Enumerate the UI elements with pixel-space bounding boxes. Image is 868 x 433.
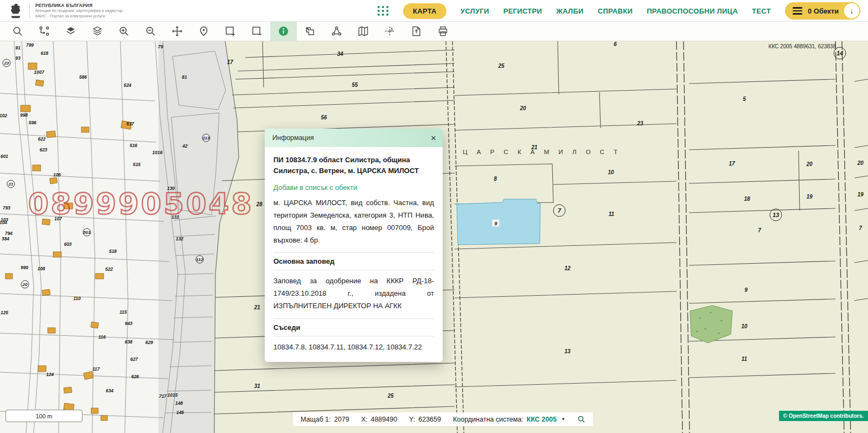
neighbors-list: 10834.7.8, 10834.7.11, 10834.7.12, 10834… (273, 341, 434, 354)
coat-of-arms-icon (8, 3, 24, 19)
map-parcel-label: 124 (46, 372, 54, 377)
map-parcel-label: 79 (158, 44, 163, 49)
select-objects-icon[interactable] (31, 22, 58, 41)
logo-divider (29, 3, 30, 18)
map-parcel-label: 107 (54, 216, 62, 221)
nav-uslugi[interactable]: УСЛУГИ (461, 7, 489, 15)
map-parcel-label: 112 (196, 256, 204, 264)
map-parcel-label: 125 (1, 310, 8, 315)
map-toolbar (0, 22, 868, 41)
zoom-window-in-icon[interactable] (217, 22, 244, 41)
status-bar: Мащаб 1: 2079 X: 4889490 Y: 623659 Коорд… (293, 412, 593, 426)
map-parcel-label: 799 (26, 42, 34, 48)
zoom-in-icon[interactable] (111, 22, 137, 41)
crs-value[interactable]: ККС 2005 (527, 416, 557, 423)
map-parcel-label: 794 (5, 231, 12, 236)
map-parcel-label: 108 (37, 266, 45, 271)
map-parcel-label: 19 (806, 194, 812, 200)
watermark-phone: 0899905048 (28, 187, 254, 221)
map-parcel-label: 19 (857, 192, 863, 198)
map-parcel-label: 10 (608, 169, 614, 175)
map-parcel-label: 115 (119, 309, 127, 315)
map-parcel-label: 104 (0, 220, 7, 225)
map-parcel-label: 1015 (168, 392, 178, 398)
objects-count-label: 0 Обекти (808, 7, 839, 15)
map-parcel-label: 17 (227, 59, 233, 65)
map-parcel-label: 7 (758, 227, 761, 233)
map-parcel-label: 626 (131, 374, 139, 379)
osm-attribution[interactable]: © OpenStreetMap contributors. (779, 411, 868, 421)
locate-pin-icon[interactable] (190, 22, 217, 41)
map-parcel-label: 629 (145, 340, 153, 345)
main-order-text: Заповед за одобрение на КККР РД-18-1749/… (273, 275, 434, 312)
map-parcel-label: 31 (254, 383, 260, 389)
map-parcel-label: 524 (124, 82, 131, 88)
pan-icon[interactable] (164, 22, 190, 41)
map-parcel-label: 1007 (34, 69, 44, 75)
org-subtitle-1: Агенция по геодезия, картография и кадас… (35, 8, 123, 13)
map-parcel-label: 6 (614, 41, 617, 47)
map-parcel-label: 501 (83, 228, 91, 237)
info-icon[interactable] (270, 22, 297, 41)
map-parcel-label: 113 (202, 134, 210, 142)
map-parcel-label: 638 (125, 339, 132, 345)
layers-icon[interactable] (58, 22, 84, 41)
layers-outline-icon[interactable] (84, 22, 111, 41)
nav-test[interactable]: ТЕСТ (752, 7, 771, 15)
info-popup-header[interactable]: Информация × (265, 129, 443, 147)
parcel-shape-icon[interactable] (297, 22, 323, 41)
export-icon[interactable] (403, 22, 430, 41)
nav-registri[interactable]: РЕГИСТРИ (503, 7, 542, 15)
map-parcel-label: 9 (492, 220, 499, 227)
info-popup: Информация × ПИ 10834.7.9 област Силистр… (265, 129, 443, 362)
snap-cross-icon[interactable] (376, 22, 403, 41)
map-parcel-label: 21 (531, 144, 537, 150)
map-parcel-label: 21 (254, 304, 260, 310)
map-parcel-label: 517 (126, 121, 134, 126)
map-parcel-label: 20 (857, 160, 863, 166)
map-parcel-label: 21 (7, 180, 15, 188)
map-parcel-label: 42 (182, 143, 187, 149)
map-parcel-label: 132 (176, 236, 183, 241)
search-icon[interactable] (4, 22, 31, 41)
map-parcel-label: 131 (171, 214, 179, 220)
org-name: РЕПУБЛИКА БЪЛГАРИЯ (35, 3, 123, 9)
map-parcel-label: 117 (92, 366, 100, 372)
x-label: X: (361, 416, 368, 423)
map-parcel-label: 91 (15, 45, 20, 50)
crs-dropdown-caret[interactable]: ▼ (561, 417, 565, 422)
popup-title: Информация (272, 134, 314, 142)
scale-value: 2079 (334, 416, 349, 423)
map-parcel-label: 148 (175, 400, 183, 406)
map-parcel-label: 81 (182, 74, 187, 80)
map-parcel-label: 618 (41, 50, 48, 56)
topology-icon[interactable] (323, 22, 350, 41)
section-main-order: Основна заповед (273, 252, 434, 270)
section-neighbors: Съседи (273, 319, 434, 336)
nav-karta[interactable]: КАРТА (403, 3, 446, 19)
zoom-out-icon[interactable] (137, 22, 164, 41)
map-parcel-label: 515 (133, 162, 141, 167)
map-parcel-label: 601 (1, 154, 8, 159)
map-parcel-label: 518 (109, 249, 117, 254)
map-parcel-label: 622 (38, 136, 46, 142)
print-icon[interactable] (430, 22, 456, 41)
nav-spravki[interactable]: СПРАВКИ (598, 7, 633, 15)
parcel-description: м. ЦАРСКА МИЛОСТ, вид собств. Частна, ви… (273, 197, 434, 246)
map-parcel-label: 384 (2, 236, 9, 241)
app-header: РЕПУБЛИКА БЪЛГАРИЯ Агенция по геодезия, … (0, 0, 868, 22)
map-parcel-label: 12 (564, 265, 570, 271)
statusbar-search-icon[interactable] (577, 415, 585, 423)
apps-grid-icon[interactable] (378, 6, 389, 16)
nav-pravosposobni-litsa[interactable]: ПРАВОСПОСОБНИ ЛИЦА (647, 7, 738, 15)
menu-icon (793, 7, 802, 15)
zoom-window-out-icon[interactable] (244, 22, 270, 41)
download-arrow-icon[interactable]: ↓ (844, 3, 859, 18)
map-sheets-icon[interactable] (350, 22, 376, 41)
map-parcel-label: 7 (553, 205, 566, 217)
close-icon[interactable]: × (431, 133, 436, 143)
nav-zhalbi[interactable]: ЖАЛБИ (556, 7, 584, 15)
parcel-identifier-title: ПИ 10834.7.9 област Силистра, община Сил… (273, 155, 434, 176)
objects-list-button[interactable]: 0 Обекти ↓ (785, 2, 860, 20)
add-to-objects-link[interactable]: Добави в списък с обекти (273, 183, 434, 192)
